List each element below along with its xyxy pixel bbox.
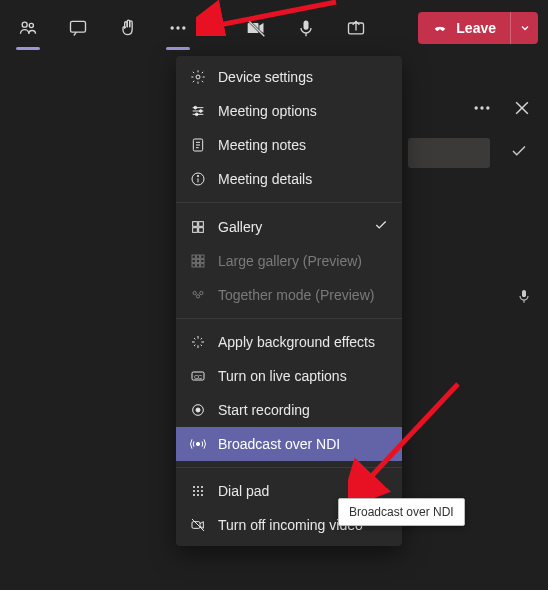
more-actions-button[interactable]: [160, 10, 196, 46]
svg-point-54: [197, 486, 199, 488]
grid3-icon: [190, 253, 206, 269]
panel-more-button[interactable]: [468, 94, 496, 122]
leave-dropdown-button[interactable]: [510, 12, 538, 44]
svg-point-5: [182, 26, 185, 29]
mic-icon: [296, 18, 316, 38]
svg-point-47: [196, 295, 199, 298]
svg-point-57: [197, 490, 199, 492]
raise-hand-button[interactable]: [110, 10, 146, 46]
svg-point-46: [200, 291, 203, 294]
svg-rect-44: [201, 264, 204, 267]
menu-separator: [176, 467, 402, 468]
svg-rect-40: [196, 259, 199, 262]
panel-input[interactable]: [408, 138, 490, 168]
check-icon: [374, 218, 388, 235]
svg-text:CC: CC: [194, 374, 202, 380]
mic-button[interactable]: [288, 10, 324, 46]
menu-label: Start recording: [218, 402, 310, 418]
menu-label: Together mode (Preview): [218, 287, 374, 303]
svg-rect-33: [199, 221, 204, 226]
svg-point-55: [201, 486, 203, 488]
menu-live-captions[interactable]: CC Turn on live captions: [176, 359, 402, 393]
grid2-icon: [190, 219, 206, 235]
ellipsis-icon: [472, 98, 492, 118]
hangup-icon: [432, 20, 448, 36]
menu-apply-bg[interactable]: Apply background effects: [176, 325, 402, 359]
svg-line-63: [192, 519, 204, 531]
menu-gallery[interactable]: Gallery: [176, 209, 402, 244]
menu-label: Meeting options: [218, 103, 317, 119]
hand-icon: [118, 18, 138, 38]
menu-label: Meeting notes: [218, 137, 306, 153]
meeting-toolbar: Leave: [0, 8, 548, 48]
menu-separator: [176, 318, 402, 319]
svg-point-51: [196, 408, 200, 412]
tooltip: Broadcast over NDI: [338, 498, 465, 526]
together-icon: [190, 287, 206, 303]
svg-point-60: [197, 494, 199, 496]
svg-rect-37: [196, 255, 199, 258]
panel-confirm-button[interactable]: [510, 142, 528, 164]
menu-device-settings[interactable]: Device settings: [176, 60, 402, 94]
record-icon: [190, 402, 206, 418]
menu-meeting-notes[interactable]: Meeting notes: [176, 128, 402, 162]
svg-point-59: [193, 494, 195, 496]
active-indicator: [16, 47, 40, 50]
svg-rect-34: [193, 227, 198, 232]
chat-icon: [68, 18, 88, 38]
svg-point-31: [197, 175, 198, 176]
menu-label: Turn on live captions: [218, 368, 347, 384]
svg-rect-32: [193, 221, 198, 226]
svg-point-3: [171, 26, 174, 29]
menu-start-recording[interactable]: Start recording: [176, 393, 402, 427]
people-icon: [18, 18, 38, 38]
menu-label: Dial pad: [218, 483, 269, 499]
broadcast-icon: [190, 436, 206, 452]
active-indicator: [166, 47, 190, 50]
svg-point-61: [201, 494, 203, 496]
menu-separator: [176, 202, 402, 203]
check-icon: [510, 142, 528, 160]
svg-point-4: [176, 26, 179, 29]
menu-label: Meeting details: [218, 171, 312, 187]
svg-point-45: [193, 291, 196, 294]
participant-mic-button[interactable]: [516, 288, 532, 308]
svg-point-56: [193, 490, 195, 492]
more-actions-menu: Device settings Meeting options Meeting …: [176, 56, 402, 546]
menu-broadcast-ndi[interactable]: Broadcast over NDI: [176, 427, 402, 461]
svg-point-52: [196, 442, 199, 445]
share-button[interactable]: [338, 10, 374, 46]
svg-point-13: [486, 106, 489, 109]
chat-button[interactable]: [60, 10, 96, 46]
svg-rect-38: [201, 255, 204, 258]
cc-icon: CC: [190, 368, 206, 384]
video-off-icon: [190, 517, 206, 533]
close-icon: [512, 98, 532, 118]
svg-rect-8: [304, 21, 309, 30]
dialpad-icon: [190, 483, 206, 499]
svg-rect-35: [199, 227, 204, 232]
menu-meeting-options[interactable]: Meeting options: [176, 94, 402, 128]
svg-point-11: [475, 106, 478, 109]
share-tray-icon: [346, 18, 366, 38]
svg-rect-16: [522, 290, 526, 297]
svg-point-24: [195, 113, 198, 116]
notes-icon: [190, 137, 206, 153]
svg-rect-42: [192, 264, 195, 267]
leave-button[interactable]: Leave: [418, 20, 510, 36]
svg-rect-43: [196, 264, 199, 267]
gear-icon: [190, 69, 206, 85]
svg-point-1: [29, 23, 33, 27]
svg-point-12: [480, 106, 483, 109]
svg-rect-2: [71, 21, 86, 32]
menu-label: Broadcast over NDI: [218, 436, 340, 452]
menu-label: Apply background effects: [218, 334, 375, 350]
menu-label: Device settings: [218, 69, 313, 85]
menu-large-gallery: Large gallery (Preview): [176, 244, 402, 278]
panel-close-button[interactable]: [508, 94, 536, 122]
camera-button[interactable]: [238, 10, 274, 46]
leave-label: Leave: [456, 20, 496, 36]
chevron-down-icon: [519, 22, 531, 34]
people-button[interactable]: [10, 10, 46, 46]
menu-meeting-details[interactable]: Meeting details: [176, 162, 402, 196]
